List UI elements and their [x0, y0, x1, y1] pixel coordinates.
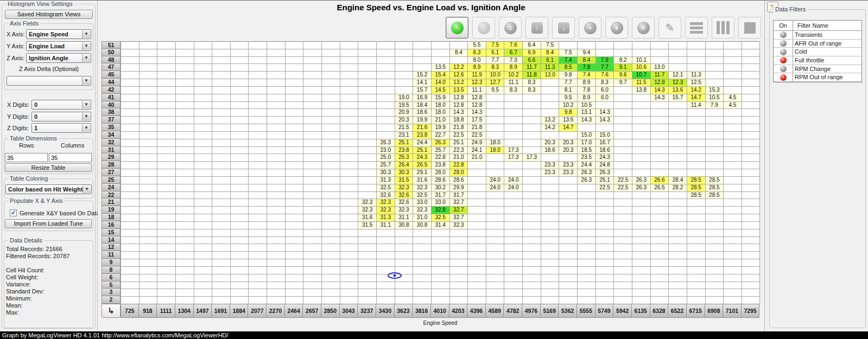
table-cell[interactable]	[523, 177, 541, 184]
table-cell[interactable]	[559, 297, 578, 304]
table-cell[interactable]: 13.2	[450, 79, 468, 87]
table-cell[interactable]	[121, 117, 140, 124]
table-cell[interactable]	[340, 282, 359, 290]
table-cell[interactable]	[651, 297, 669, 304]
table-cell[interactable]	[413, 42, 432, 49]
table-cell[interactable]: 23.0	[377, 147, 395, 155]
table-cell[interactable]	[231, 289, 249, 297]
table-cell[interactable]	[651, 162, 669, 169]
table-cell[interactable]	[687, 267, 706, 274]
table-cell[interactable]: 32.8	[432, 207, 450, 214]
table-cell[interactable]	[212, 177, 231, 184]
table-cell[interactable]	[286, 214, 304, 222]
table-cell[interactable]	[413, 49, 432, 57]
table-cell[interactable]	[303, 259, 322, 267]
table-cell[interactable]	[267, 244, 286, 252]
table-cell[interactable]	[486, 289, 505, 297]
table-cell[interactable]: 23.5	[578, 154, 596, 162]
filter-on-cell[interactable]	[774, 65, 793, 73]
table-cell[interactable]	[413, 267, 432, 274]
table-cell[interactable]	[286, 259, 304, 267]
table-cell[interactable]: 13.5	[432, 64, 450, 72]
table-cell[interactable]	[249, 229, 267, 237]
table-cell[interactable]	[340, 132, 359, 139]
table-cell[interactable]: 8.3	[523, 87, 541, 94]
table-cell[interactable]	[541, 94, 560, 102]
col-header[interactable]: 4782	[504, 304, 522, 318]
table-cell[interactable]	[504, 282, 523, 290]
table-cell[interactable]	[176, 49, 194, 57]
table-cell[interactable]	[267, 64, 286, 72]
table-cell[interactable]: 10.5	[578, 102, 596, 110]
table-cell[interactable]	[358, 259, 377, 267]
table-cell[interactable]	[194, 102, 213, 110]
table-cell[interactable]	[286, 267, 304, 274]
table-cell[interactable]	[249, 42, 267, 49]
table-cell[interactable]	[176, 109, 194, 117]
table-cell[interactable]	[249, 102, 267, 110]
table-cell[interactable]	[157, 132, 176, 139]
table-cell[interactable]: 32.6	[395, 199, 414, 207]
table-cell[interactable]	[742, 72, 761, 79]
table-cell[interactable]	[377, 87, 395, 94]
table-cell[interactable]	[140, 109, 158, 117]
table-cell[interactable]: 18.0	[432, 102, 450, 110]
table-cell[interactable]	[194, 267, 213, 274]
table-cell[interactable]	[596, 252, 614, 259]
table-cell[interactable]	[432, 229, 450, 237]
table-cell[interactable]	[651, 259, 669, 267]
table-cell[interactable]	[724, 169, 742, 177]
col-header[interactable]: 6715	[687, 304, 705, 318]
table-cell[interactable]	[614, 199, 632, 207]
table-cell[interactable]: 13.2	[541, 117, 560, 124]
table-cell[interactable]: 9.5	[486, 87, 505, 94]
table-cell[interactable]: 6.1	[541, 57, 560, 65]
table-cell[interactable]: 14.2	[541, 124, 560, 132]
table-cell[interactable]	[632, 49, 651, 57]
table-cell[interactable]	[340, 192, 359, 200]
table-cell[interactable]	[377, 79, 395, 87]
table-cell[interactable]: 9.8	[559, 109, 578, 117]
table-cell[interactable]: 19.0	[395, 94, 414, 102]
table-cell[interactable]: 25.3	[395, 154, 414, 162]
col-header[interactable]: 6908	[705, 304, 724, 318]
table-cell[interactable]	[157, 139, 176, 147]
row-header[interactable]: 2	[102, 296, 121, 304]
table-cell[interactable]	[632, 207, 651, 214]
table-cell[interactable]	[724, 252, 742, 259]
table-cell[interactable]	[468, 207, 486, 214]
table-cell[interactable]	[377, 94, 395, 102]
table-cell[interactable]: 7.8	[578, 64, 596, 72]
table-cell[interactable]	[450, 297, 468, 304]
table-cell[interactable]: 26.3	[377, 139, 395, 147]
table-cell[interactable]	[140, 184, 158, 192]
table-cell[interactable]	[669, 64, 687, 72]
table-cell[interactable]	[486, 154, 505, 162]
table-cell[interactable]: 31.5	[358, 222, 377, 229]
orb-plus-button[interactable]: +	[605, 17, 628, 39]
table-cell[interactable]	[614, 117, 632, 124]
table-cell[interactable]: 8.9	[578, 79, 596, 87]
col-header[interactable]: 6328	[650, 304, 669, 318]
table-cell[interactable]	[559, 267, 578, 274]
table-cell[interactable]	[706, 244, 724, 252]
table-cell[interactable]	[140, 87, 158, 94]
table-cell[interactable]	[267, 72, 286, 79]
table-cell[interactable]: 17.3	[504, 154, 523, 162]
table-cell[interactable]: 12.5	[687, 79, 706, 87]
table-cell[interactable]	[157, 282, 176, 290]
table-cell[interactable]	[395, 237, 414, 245]
table-cell[interactable]	[724, 297, 742, 304]
table-cell[interactable]	[157, 222, 176, 229]
table-cell[interactable]	[358, 229, 377, 237]
table-cell[interactable]	[614, 274, 632, 282]
table-cell[interactable]	[303, 132, 322, 139]
table-cell[interactable]	[559, 42, 578, 49]
table-cell[interactable]	[303, 289, 322, 297]
table-cell[interactable]	[267, 192, 286, 200]
filter-on-icon[interactable]	[780, 74, 787, 81]
table-cell[interactable]	[486, 169, 505, 177]
row-header[interactable]: 28	[102, 161, 121, 169]
table-cell[interactable]	[176, 222, 194, 229]
table-cell[interactable]	[140, 117, 158, 124]
